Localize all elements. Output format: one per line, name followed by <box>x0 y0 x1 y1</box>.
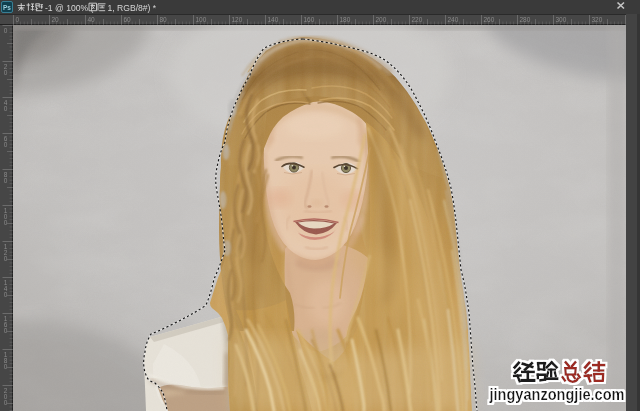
svg-text:200: 200 <box>376 16 387 23</box>
svg-text:Ps: Ps <box>3 4 11 11</box>
svg-text:jingyanzongjie.com: jingyanzongjie.com <box>489 386 625 403</box>
svg-text:300: 300 <box>556 16 567 23</box>
svg-text:0: 0 <box>4 363 8 370</box>
svg-text:100: 100 <box>196 16 207 23</box>
svg-text:220: 220 <box>412 16 423 23</box>
svg-text:0: 0 <box>4 327 8 334</box>
svg-text:1, RGB/8#) *: 1, RGB/8#) * <box>108 3 157 13</box>
svg-text:0: 0 <box>4 141 8 148</box>
svg-text:120: 120 <box>232 16 243 23</box>
svg-text:0: 0 <box>4 177 8 184</box>
svg-text:0: 0 <box>4 255 8 262</box>
svg-text:0: 0 <box>4 27 8 34</box>
svg-text:0: 0 <box>4 399 8 406</box>
svg-text:280: 280 <box>520 16 531 23</box>
svg-text:0: 0 <box>16 16 20 23</box>
svg-text:40: 40 <box>88 16 96 23</box>
svg-text:0: 0 <box>4 105 8 112</box>
svg-text:180: 180 <box>340 16 351 23</box>
svg-text:20: 20 <box>52 16 60 23</box>
svg-text:0: 0 <box>4 291 8 298</box>
svg-text:0: 0 <box>4 219 8 226</box>
svg-text:80: 80 <box>160 16 168 23</box>
svg-text:160: 160 <box>304 16 315 23</box>
svg-text:260: 260 <box>484 16 495 23</box>
svg-text:-1 @ 100% (: -1 @ 100% ( <box>45 3 94 13</box>
svg-text:140: 140 <box>268 16 279 23</box>
svg-text:0: 0 <box>4 69 8 76</box>
svg-text:60: 60 <box>124 16 132 23</box>
svg-text:240: 240 <box>448 16 459 23</box>
svg-text:320: 320 <box>592 16 603 23</box>
